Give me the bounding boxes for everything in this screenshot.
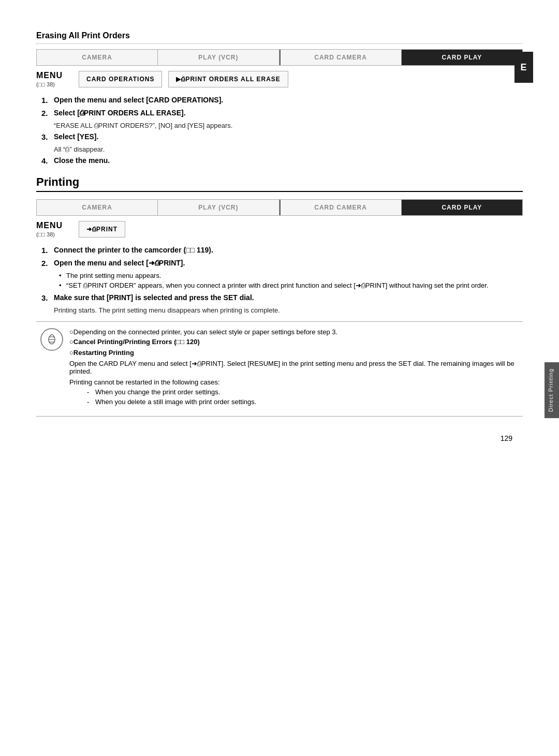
menu-label-1: MENU [36, 71, 67, 80]
cannot-item-2: When you delete a still image with print… [87, 398, 519, 406]
side-tab-e: E [514, 52, 533, 83]
tab-play-vcr-1[interactable]: PLAY (VCR) [158, 50, 279, 65]
info-box: ○Depending on the connected printer, you… [36, 321, 523, 417]
section1-title: Erasing All Print Orders [36, 31, 523, 40]
step3-note: Printing starts. The print setting menu … [54, 306, 523, 314]
menu-page-ref-2: (□□ 38) [36, 231, 55, 238]
step-1-4: 4. Close the menu. [41, 156, 523, 165]
tab-card-camera-1[interactable]: CARD CAMERA [280, 50, 402, 65]
side-tab-direct: Direct Printing [545, 362, 559, 418]
side-tab-direct-label: Direct Printing [548, 368, 554, 412]
note-1-2: All “⎙” disappear. [54, 145, 523, 153]
info-icon [40, 328, 63, 351]
tab-play-vcr-2[interactable]: PLAY (VCR) [158, 200, 279, 215]
step-1-1: 1. Open the menu and select [CARD OPERAT… [41, 96, 523, 105]
menu-label-2: MENU [36, 221, 67, 230]
menu-item-2: ➜⎙PRINT [79, 221, 125, 238]
step-2-2: 2. Open the menu and select [➜⎙PRINT]. [41, 259, 523, 268]
section2-title: Printing [36, 175, 523, 192]
restart-heading: ○Restarting Printing [69, 349, 519, 357]
step-1-2: 2. Select [⎙PRINT ORDERS ALL ERASE]. [41, 109, 523, 117]
info-content: ○Depending on the connected printer, you… [69, 328, 519, 410]
page-container: E Direct Printing Erasing All Print Orde… [26, 0, 533, 458]
section-printing: Printing CAMERA PLAY (VCR) CARD CAMERA C… [36, 175, 523, 417]
tab-camera-1[interactable]: CAMERA [37, 50, 158, 65]
section-erasing: Erasing All Print Orders CAMERA PLAY (VC… [36, 31, 523, 165]
steps-list-1: 1. Open the menu and select [CARD OPERAT… [41, 96, 523, 165]
menu-label-container-2: MENU (□□ 38) [36, 221, 72, 238]
section1-mode-tabs: CAMERA PLAY (VCR) CARD CAMERA CARD PLAY [36, 49, 523, 66]
section2-mode-tabs: CAMERA PLAY (VCR) CARD CAMERA CARD PLAY [36, 199, 523, 216]
steps-list-2: 1. Connect the printer to the camcorder … [41, 246, 523, 314]
tab-card-play-2[interactable]: CARD PLAY [402, 200, 522, 215]
tab-card-play-1[interactable]: CARD PLAY [402, 50, 522, 65]
side-tab-e-label: E [520, 62, 527, 73]
info-note: ○Depending on the connected printer, you… [69, 328, 519, 336]
bullet-item-1: The print setting menu appears. [59, 272, 523, 279]
bullet-list-2: The print setting menu appears. “SET ⎙PR… [59, 272, 523, 289]
dotted-divider [36, 43, 523, 44]
menu-box-1: CARD OPERATIONS [79, 71, 162, 87]
cancel-heading: ○Cancel Printing/Printing Errors (□□ 120… [69, 338, 519, 346]
menu-row-2: MENU (□□ 38) ➜⎙PRINT [36, 221, 523, 238]
step-2-3: 3. Make sure that [PRINT] is selected an… [41, 293, 523, 302]
step-1-3: 3. Select [YES]. [41, 132, 523, 141]
tab-card-camera-2[interactable]: CARD CAMERA [280, 200, 402, 215]
menu-page-ref-1: (□□ 38) [36, 81, 55, 87]
step-2-1: 1. Connect the printer to the camcorder … [41, 246, 523, 255]
tab-camera-2[interactable]: CAMERA [37, 200, 158, 215]
cannot-restart: Printing cannot be restarted in the foll… [69, 378, 519, 386]
restart-text: Open the CARD PLAY menu and select [➜⎙PR… [69, 360, 519, 375]
menu-item-1: ▶⎙PRINT ORDERS ALL ERASE [168, 71, 288, 87]
note-1-1: “ERASE ALL ⎙PRINT ORDERS?”, [NO] and [YE… [54, 122, 523, 129]
bullet-item-2: “SET ⎙PRINT ORDER” appears, when you con… [59, 281, 523, 289]
menu-label-container-1: MENU (□□ 38) [36, 71, 72, 87]
cannot-item-1: When you change the print order settings… [87, 388, 519, 396]
menu-row-1: MENU (□□ 38) CARD OPERATIONS ▶⎙PRINT ORD… [36, 71, 523, 87]
cannot-list: When you change the print order settings… [87, 388, 519, 406]
page-number: 129 [501, 434, 512, 442]
